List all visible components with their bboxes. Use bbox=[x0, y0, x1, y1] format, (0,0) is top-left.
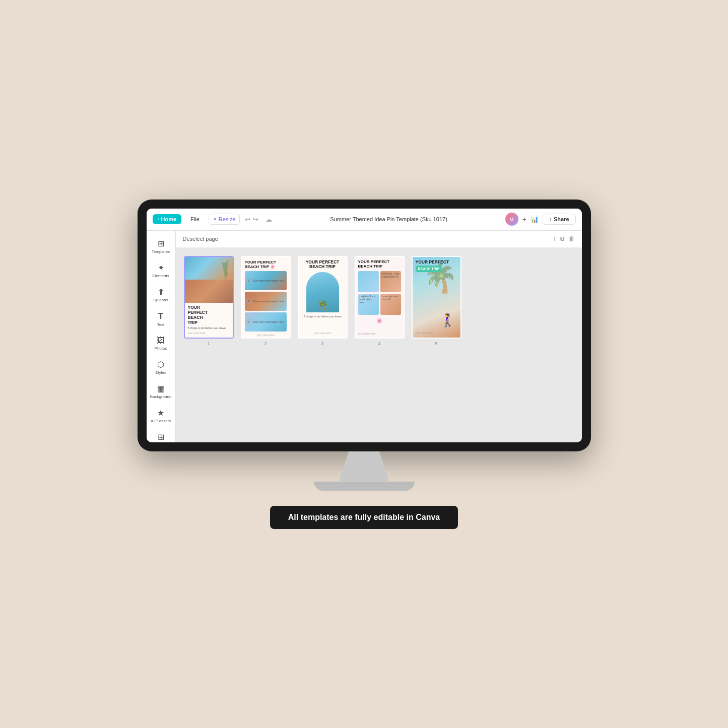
photos-icon: 🖼 bbox=[157, 336, 165, 345]
page-2-item-2: Give more information here. bbox=[253, 300, 285, 303]
page-1-subtitle: 5 things to do before you leave bbox=[188, 326, 230, 330]
pages-strip: YOURPERFECTBEACHTRIP 5 things to do befo… bbox=[176, 248, 582, 442]
share-icon: ↑ bbox=[549, 217, 552, 222]
page-4-photo-3: I explain #1 and how it helps, here. bbox=[358, 294, 379, 315]
page-2-num-1: 1 bbox=[246, 278, 251, 283]
page-2-photo-2: 2 Give more information here. bbox=[245, 292, 287, 311]
share-button[interactable]: ↑ Share bbox=[543, 214, 576, 225]
page-4-frame: YOUR PERFECTBEACH TRIP And finally... wh… bbox=[355, 256, 405, 339]
undo-redo-group: ↩ ↪ bbox=[245, 216, 258, 223]
canva-main: ⊞ Templates ✦ Elements ⬆ Uploads T Text … bbox=[147, 231, 582, 442]
page-3-thumb[interactable]: YOUR PERFECTBEACH TRIP 🌴 3 things to do … bbox=[298, 256, 348, 346]
file-menu[interactable]: File bbox=[186, 214, 204, 224]
page-2-thumb[interactable]: YOUR PERFECTBEACH TRIP 🌸 1 Give more inf… bbox=[241, 256, 291, 346]
deselect-page-label[interactable]: Deselect page bbox=[183, 236, 218, 242]
page-5-box-text: BEACH TRIP bbox=[418, 267, 440, 271]
monitor-shell: ‹ Home File ✦ Resize ↩ ↪ ☁ Summer Themed… bbox=[138, 200, 591, 451]
home-button[interactable]: ‹ Home bbox=[153, 214, 182, 224]
page-4-photo-2: And finally... what is great about #3 bbox=[380, 271, 401, 292]
page-2-num-2: 2 bbox=[246, 299, 251, 304]
page-3-arch: 🌴 bbox=[306, 272, 339, 312]
page-1-text: YOURPERFECTBEACHTRIP 5 things to do befo… bbox=[185, 303, 233, 337]
chart-icon[interactable]: 📊 bbox=[531, 216, 539, 223]
document-title: Summer Themed Idea Pin Template (Sku 101… bbox=[277, 216, 500, 222]
page-toolbar: Deselect page ↑ ⧉ 🗑 bbox=[176, 231, 582, 248]
page-4-title: YOUR PERFECTBEACH TRIP bbox=[358, 259, 401, 269]
page-1-photo-bottom bbox=[185, 280, 233, 303]
styles-icon: ⬡ bbox=[157, 360, 164, 369]
canvas-content: Deselect page ↑ ⧉ 🗑 bbox=[176, 231, 582, 442]
page-1-thumb[interactable]: YOURPERFECTBEACHTRIP 5 things to do befo… bbox=[184, 256, 234, 346]
undo-button[interactable]: ↩ bbox=[245, 216, 250, 223]
sidebar-item-photos[interactable]: 🖼 Photos bbox=[148, 332, 174, 355]
star-icon: ✦ bbox=[213, 217, 217, 222]
page-2-photos: 1 Give more information here. 2 Give mor… bbox=[245, 271, 287, 332]
page-2-photo-3: 3 Give more information here. bbox=[245, 312, 287, 332]
resize-button[interactable]: ✦ Resize bbox=[209, 214, 240, 225]
monitor-stand bbox=[314, 451, 415, 491]
uploads-icon: ⬆ bbox=[158, 287, 164, 297]
stand-base bbox=[314, 482, 415, 491]
monitor-screen: ‹ Home File ✦ Resize ↩ ↪ ☁ Summer Themed… bbox=[147, 209, 582, 442]
home-label: Home bbox=[161, 216, 177, 222]
page-1-number: 1 bbox=[207, 341, 210, 346]
page-4-grid: And finally... what is great about #3 I … bbox=[358, 271, 401, 315]
avatar: U bbox=[505, 213, 518, 226]
sidebar-templates-label: Templates bbox=[152, 249, 170, 254]
topbar-right: U + 📊 ↑ Share bbox=[505, 213, 576, 226]
all-designs-icon: ⊞ bbox=[158, 432, 164, 442]
page-5-card: 🌴 🚶‍♀️ YOUR PERFECT BEACH TRIP your name… bbox=[413, 257, 460, 338]
page-3-card: YOUR PERFECTBEACH TRIP 🌴 3 things to do … bbox=[299, 257, 347, 338]
page-3-number: 3 bbox=[321, 341, 323, 346]
page-3-subtitle: 3 things to do before you leave bbox=[303, 315, 341, 318]
bottom-banner: All templates are fully editable in Canv… bbox=[270, 506, 458, 529]
sidebar-background-label: Background bbox=[150, 394, 172, 399]
sidebar-styles-label: Styles bbox=[155, 370, 166, 375]
add-collaborator-button[interactable]: + bbox=[522, 215, 526, 223]
page-1-frame: YOURPERFECTBEACHTRIP 5 things to do befo… bbox=[184, 256, 234, 339]
page-2-item-3: Give more information here. bbox=[253, 320, 285, 324]
background-icon: ▦ bbox=[157, 384, 165, 393]
canva-sidebar: ⊞ Templates ✦ Elements ⬆ Uploads T Text … bbox=[147, 231, 176, 442]
page-5-title-main: YOUR PERFECT bbox=[416, 260, 457, 265]
share-label: Share bbox=[554, 216, 569, 222]
page-2-photo-1: 1 Give more information here. bbox=[245, 271, 287, 290]
page-4-thumb[interactable]: YOUR PERFECTBEACH TRIP And finally... wh… bbox=[355, 256, 405, 346]
page-3-name: your name here bbox=[313, 332, 331, 335]
sidebar-item-all-designs[interactable]: ⊞ All your desi... bbox=[148, 428, 174, 442]
sidebar-item-text[interactable]: T Text bbox=[148, 307, 174, 331]
page-5-thumb[interactable]: 🌴 🚶‍♀️ YOUR PERFECT BEACH TRIP your name… bbox=[412, 256, 461, 346]
redo-button[interactable]: ↪ bbox=[253, 216, 258, 223]
sidebar-item-background[interactable]: ▦ Background bbox=[148, 380, 174, 403]
sidebar-item-templates[interactable]: ⊞ Templates bbox=[148, 235, 174, 258]
resize-label: Resize bbox=[219, 216, 236, 222]
chevron-left-icon: ‹ bbox=[158, 217, 159, 222]
page-2-card: YOUR PERFECTBEACH TRIP 🌸 1 Give more inf… bbox=[242, 257, 290, 338]
page-4-photo-4: Let people know about #2 bbox=[380, 294, 401, 315]
templates-icon: ⊞ bbox=[158, 239, 164, 248]
canva-topbar: ‹ Home File ✦ Resize ↩ ↪ ☁ Summer Themed… bbox=[147, 209, 582, 231]
page-5-number: 5 bbox=[435, 341, 437, 346]
page-4-number: 4 bbox=[378, 341, 380, 346]
page-2-num-3: 3 bbox=[246, 319, 251, 324]
page-1-photo-top bbox=[185, 257, 233, 280]
page-2-frame: YOUR PERFECTBEACH TRIP 🌸 1 Give more inf… bbox=[241, 256, 291, 339]
sidebar-item-ajp[interactable]: ★ AJP assets bbox=[148, 404, 174, 427]
sidebar-item-styles[interactable]: ⬡ Styles bbox=[148, 356, 174, 379]
duplicate-icon[interactable]: ⧉ bbox=[560, 235, 565, 242]
bottom-banner-text: All templates are fully editable in Canv… bbox=[288, 513, 440, 521]
sidebar-item-uploads[interactable]: ⬆ Uploads bbox=[148, 283, 174, 306]
delete-icon[interactable]: 🗑 bbox=[569, 235, 575, 242]
export-icon[interactable]: ↑ bbox=[553, 235, 556, 242]
page-2-title: YOUR PERFECTBEACH TRIP 🌸 bbox=[245, 260, 287, 269]
page-5-title-box: BEACH TRIP bbox=[416, 266, 442, 272]
page-2-item-1: Give more information here. bbox=[253, 279, 285, 283]
sidebar-elements-label: Elements bbox=[152, 274, 169, 278]
sidebar-item-elements[interactable]: ✦ Elements bbox=[148, 259, 174, 282]
page-4-card: YOUR PERFECTBEACH TRIP And finally... wh… bbox=[356, 257, 404, 338]
page-4-name: your name here bbox=[358, 332, 401, 335]
cloud-save-icon: ☁ bbox=[266, 216, 272, 223]
page-3-frame: YOUR PERFECTBEACH TRIP 🌴 3 things to do … bbox=[298, 256, 348, 339]
page-1-name: your name here bbox=[188, 332, 230, 335]
page-5-name: your name here bbox=[416, 332, 457, 335]
